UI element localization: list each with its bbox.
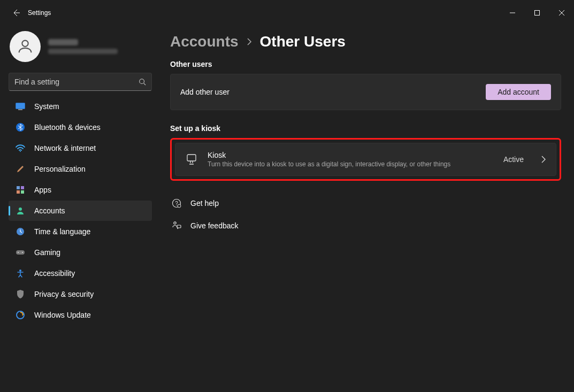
user-email-redacted	[48, 49, 118, 54]
titlebar: Settings	[0, 0, 574, 26]
add-account-button[interactable]: Add account	[486, 84, 551, 100]
avatar	[10, 31, 41, 62]
svg-point-21	[178, 204, 181, 207]
add-other-user-panel: Add other user Add account	[170, 74, 561, 110]
breadcrumb-parent[interactable]: Accounts	[170, 33, 239, 50]
sidebar-item-label: Network & internet	[34, 144, 96, 152]
sidebar-item-accounts[interactable]: Accounts	[9, 201, 152, 221]
svg-point-11	[19, 207, 22, 211]
svg-point-22	[174, 222, 176, 224]
search-box[interactable]	[9, 73, 152, 91]
apps-icon	[15, 185, 26, 195]
get-help-link[interactable]: ? Get help	[170, 195, 561, 212]
svg-point-16	[19, 270, 21, 272]
chevron-right-icon	[541, 156, 546, 163]
sidebar-item-label: Personalization	[34, 165, 86, 173]
svg-rect-8	[21, 186, 24, 189]
sidebar-item-label: Bluetooth & devices	[34, 123, 101, 132]
sidebar-item-bluetooth[interactable]: Bluetooth & devices	[9, 117, 152, 137]
sidebar-item-windows-update[interactable]: Windows Update	[9, 305, 152, 325]
search-input[interactable]	[14, 78, 139, 86]
svg-rect-10	[21, 190, 24, 194]
clock-icon	[15, 226, 26, 237]
window-controls	[500, 4, 574, 21]
accessibility-icon	[15, 268, 26, 279]
feedback-icon	[171, 220, 182, 231]
sidebar-item-label: Gaming	[34, 248, 60, 257]
sidebar-item-apps[interactable]: Apps	[9, 180, 152, 200]
close-button[interactable]	[549, 4, 574, 21]
bluetooth-icon	[15, 122, 26, 133]
window-title: Settings	[28, 9, 51, 17]
svg-point-6	[20, 151, 21, 152]
svg-rect-0	[535, 11, 540, 16]
sidebar-item-label: System	[34, 102, 59, 111]
shield-icon	[15, 289, 26, 299]
kiosk-text: Kiosk Turn this device into a kiosk to u…	[208, 151, 450, 168]
user-card[interactable]	[5, 29, 155, 70]
svg-rect-9	[17, 190, 20, 194]
user-name-redacted	[48, 39, 78, 45]
svg-rect-3	[16, 103, 25, 109]
sidebar-item-label: Windows Update	[34, 311, 91, 319]
give-feedback-label: Give feedback	[190, 221, 239, 230]
sidebar-item-label: Accessibility	[34, 269, 75, 278]
sidebar-item-gaming[interactable]: Gaming	[9, 242, 152, 263]
main: Accounts Other Users Other users Add oth…	[160, 26, 574, 392]
gamepad-icon	[15, 247, 26, 258]
display-icon	[15, 101, 26, 112]
kiosk-highlight: Kiosk Turn this device into a kiosk to u…	[170, 138, 561, 181]
nav: System Bluetooth & devices Network & int…	[5, 96, 155, 325]
help-icon: ?	[171, 198, 182, 209]
sidebar-item-accessibility[interactable]: Accessibility	[9, 263, 152, 283]
sidebar-item-privacy[interactable]: Privacy & security	[9, 284, 152, 304]
maximize-button[interactable]	[525, 4, 549, 21]
svg-point-14	[18, 252, 19, 253]
kiosk-description: Turn this device into a kiosk to use as …	[208, 160, 450, 168]
sidebar-item-time-language[interactable]: Time & language	[9, 221, 152, 242]
svg-rect-23	[177, 225, 181, 228]
give-feedback-link[interactable]: Give feedback	[170, 217, 561, 234]
svg-point-2	[140, 79, 144, 84]
minimize-button[interactable]	[500, 4, 525, 21]
chevron-right-icon	[246, 37, 252, 46]
breadcrumb: Accounts Other Users	[170, 33, 561, 50]
svg-rect-13	[16, 250, 25, 255]
sidebar-item-personalization[interactable]: Personalization	[9, 159, 152, 179]
kiosk-icon	[185, 153, 198, 166]
sidebar-item-label: Time & language	[34, 227, 90, 236]
person-icon	[15, 205, 26, 216]
svg-point-1	[22, 41, 28, 47]
user-info	[48, 39, 118, 54]
kiosk-title: Kiosk	[208, 151, 450, 159]
paintbrush-icon	[15, 164, 26, 174]
update-icon	[15, 310, 26, 320]
section-heading-other-users: Other users	[170, 60, 561, 68]
breadcrumb-current: Other Users	[260, 33, 346, 50]
kiosk-panel[interactable]: Kiosk Turn this device into a kiosk to u…	[175, 143, 556, 176]
section-heading-kiosk: Set up a kiosk	[170, 124, 561, 133]
sidebar-item-label: Apps	[34, 186, 51, 194]
sidebar-item-label: Privacy & security	[34, 290, 94, 298]
get-help-label: Get help	[190, 199, 219, 207]
sidebar-item-label: Accounts	[34, 206, 65, 215]
back-button[interactable]	[11, 7, 21, 18]
kiosk-status: Active	[503, 155, 524, 164]
wifi-icon	[15, 143, 26, 153]
sidebar-item-system[interactable]: System	[9, 96, 152, 117]
sidebar: System Bluetooth & devices Network & int…	[0, 26, 160, 392]
svg-rect-4	[18, 109, 22, 110]
sidebar-item-network[interactable]: Network & internet	[9, 138, 152, 158]
svg-rect-18	[187, 155, 196, 161]
search-icon	[139, 78, 146, 86]
svg-rect-7	[17, 186, 20, 189]
add-other-user-label: Add other user	[180, 88, 229, 96]
svg-point-15	[22, 252, 23, 253]
